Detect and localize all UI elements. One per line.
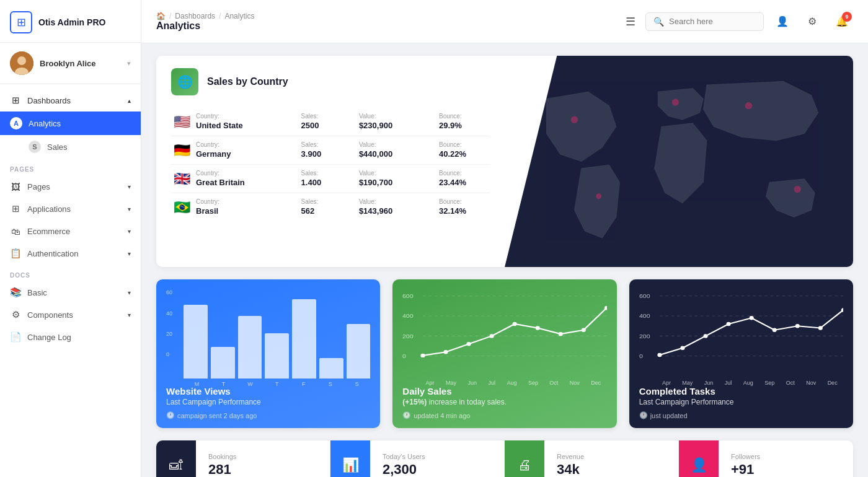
components-icon: ⚙ <box>10 309 21 320</box>
sales-label: Sales: <box>301 170 344 177</box>
stat-label: Today's Users <box>383 453 492 460</box>
stat-icon-box: 🖨 <box>505 440 544 477</box>
analytics-icon: A <box>10 117 22 129</box>
stat-icon: 🛋 <box>169 457 183 473</box>
breadcrumb-sep: / <box>169 12 171 20</box>
bar <box>238 316 262 379</box>
svg-point-1 <box>17 56 26 65</box>
country-label: Country: <box>196 141 286 148</box>
clock-icon: 🕐 <box>166 411 175 419</box>
data-dot <box>513 322 517 326</box>
x-label: Jun <box>467 380 477 386</box>
table-row: 🇩🇪 Country: Germany Sales: 3.900 Value: … <box>171 136 490 165</box>
x-label: May <box>446 380 456 386</box>
bar <box>211 347 235 379</box>
breadcrumb-analytics: Analytics <box>224 12 254 20</box>
sidebar-item-applications[interactable]: ⊞ Applications ▾ <box>0 198 141 220</box>
breadcrumb-sep2: / <box>219 12 221 20</box>
stat-label: Followers <box>731 453 841 460</box>
sidebar-item-basic[interactable]: 📚 Basic ▾ <box>0 281 141 304</box>
country-value: Germany <box>196 149 231 159</box>
x-label: Sep <box>528 380 538 386</box>
stat-value: 281 <box>208 462 317 477</box>
daily-sales-info: Daily Sales (+15%) increase in today sal… <box>392 379 616 428</box>
data-dot <box>680 346 684 350</box>
clock-icon: 🕐 <box>402 411 411 419</box>
clock-icon: 🕐 <box>639 411 648 419</box>
website-views-chart: 60 40 20 0 MTWTFSS <box>156 279 380 379</box>
sidebar-item-components[interactable]: ⚙ Components ▾ <box>0 304 141 326</box>
data-dot <box>559 332 563 336</box>
data-dot <box>421 354 425 357</box>
sales-value: 562 <box>301 206 315 216</box>
data-dot <box>536 326 540 330</box>
stat-info: Revenue 34k <box>544 440 679 477</box>
sidebar-item-ecommerce[interactable]: 🛍 Ecommerce ▾ <box>0 220 141 242</box>
completed-tasks-svg: 600 400 200 0 <box>639 289 843 376</box>
svg-text:0: 0 <box>639 353 643 360</box>
sidebar-item-pages-label: Pages <box>27 182 50 191</box>
completed-tasks-info: Completed Tasks Last Campaign Performanc… <box>629 379 853 428</box>
website-views-footer-text: campaign sent 2 days ago <box>177 412 257 419</box>
daily-sales-sub-text: increase in today sales. <box>429 398 507 406</box>
x-label: Apr <box>662 380 671 386</box>
bar <box>347 324 371 379</box>
x-label: Aug <box>743 380 753 386</box>
sidebar-item-sales[interactable]: S Sales <box>0 135 141 159</box>
value-label: Value: <box>359 141 424 148</box>
sidebar-user[interactable]: Brooklyn Alice ▾ <box>0 43 141 84</box>
sales-label: Sales: <box>301 198 344 205</box>
daily-sales-chart: 600 400 200 0 Apr May Jun Jul Aug Sep Oc… <box>392 279 616 379</box>
x-label: Aug <box>507 380 516 386</box>
sidebar-item-applications-label: Applications <box>27 204 71 214</box>
sidebar-item-authentication[interactable]: 📋 Authentication ▾ <box>0 242 141 265</box>
user-profile-button[interactable]: 👤 <box>771 11 794 33</box>
data-dot <box>749 316 753 320</box>
sales-value: 1.400 <box>301 178 322 187</box>
bar-x-label: T <box>264 381 290 387</box>
data-dot <box>444 350 448 354</box>
svg-text:0: 0 <box>402 353 406 360</box>
hamburger-button[interactable]: ☰ <box>623 12 638 31</box>
changelog-icon: 📄 <box>10 331 21 343</box>
notifications-button[interactable]: 🔔 9 <box>831 11 853 33</box>
completed-tasks-footer: 🕐 just updated <box>639 411 843 419</box>
completed-tasks-subtitle: Last Campaign Performance <box>639 398 843 406</box>
sidebar-item-analytics-label: Analytics <box>29 119 61 128</box>
sales-label: Sales: <box>301 113 344 120</box>
sidebar-item-dashboards[interactable]: ⊞ Dashboards ▴ <box>0 89 141 112</box>
svg-text:600: 600 <box>402 293 414 300</box>
x-label: Sep <box>764 380 774 386</box>
sidebar-item-pages[interactable]: 🖼 Pages ▾ <box>0 175 141 198</box>
topbar-right: 🔍 👤 ⚙ 🔔 9 <box>645 11 853 33</box>
svg-text:200: 200 <box>402 333 414 339</box>
x-label: Nov <box>570 380 580 386</box>
data-dot <box>772 328 776 332</box>
sales-value: 2500 <box>301 121 319 130</box>
sidebar-item-changelog[interactable]: 📄 Change Log <box>0 326 141 348</box>
data-dot <box>818 326 822 330</box>
breadcrumb-container: 🏠 / Dashboards / Analytics Analytics <box>156 12 616 32</box>
value-label: Value: <box>359 198 424 205</box>
bounce-value: 29.9% <box>439 121 462 130</box>
sidebar-item-analytics[interactable]: A Analytics <box>0 112 141 135</box>
value-value: $143,960 <box>359 206 392 216</box>
settings-button[interactable]: ⚙ <box>801 11 823 33</box>
data-dot <box>726 322 730 326</box>
search-input[interactable] <box>669 17 756 26</box>
data-dot <box>703 334 707 338</box>
stat-icon-box: 👤 <box>679 440 719 477</box>
bar <box>292 299 316 379</box>
x-label: Oct <box>549 380 558 386</box>
bar-x-label: S <box>317 381 343 387</box>
search-icon: 🔍 <box>653 17 664 27</box>
sales-label: Sales: <box>301 141 344 148</box>
country-label: Country: <box>196 170 286 177</box>
data-dot <box>582 328 586 332</box>
x-label: Nov <box>806 380 816 386</box>
x-label: Dec <box>828 380 838 386</box>
bar <box>265 333 289 379</box>
chevron-down-icon: ▾ <box>128 312 131 318</box>
stat-icon: 🖨 <box>518 457 531 473</box>
chevron-down-icon: ▾ <box>127 59 131 68</box>
